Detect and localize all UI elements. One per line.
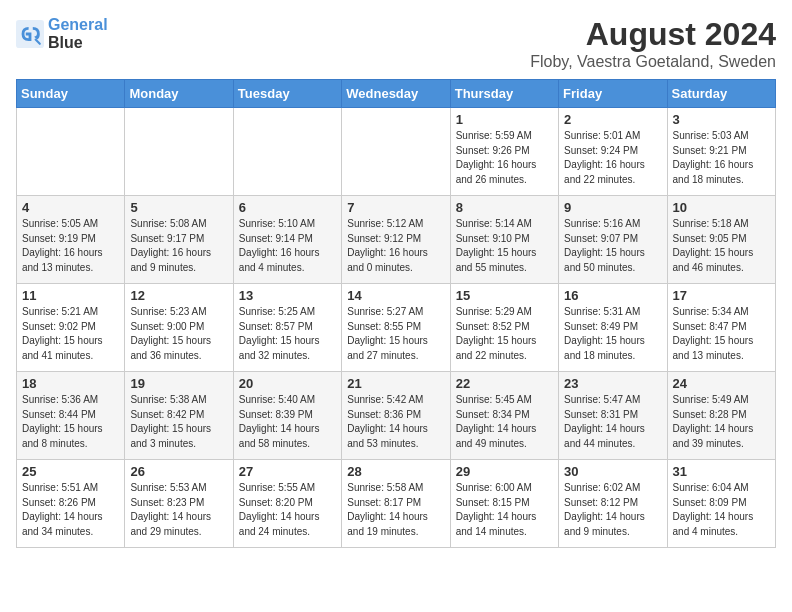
- calendar-cell: 31 Sunrise: 6:04 AMSunset: 8:09 PMDaylig…: [667, 460, 775, 548]
- day-number: 9: [564, 200, 661, 215]
- day-number: 31: [673, 464, 770, 479]
- calendar-cell: 16 Sunrise: 5:31 AMSunset: 8:49 PMDaylig…: [559, 284, 667, 372]
- day-info: Sunrise: 5:08 AMSunset: 9:17 PMDaylight:…: [130, 218, 211, 273]
- day-info: Sunrise: 5:53 AMSunset: 8:23 PMDaylight:…: [130, 482, 211, 537]
- day-number: 20: [239, 376, 336, 391]
- calendar-cell: 24 Sunrise: 5:49 AMSunset: 8:28 PMDaylig…: [667, 372, 775, 460]
- day-info: Sunrise: 5:16 AMSunset: 9:07 PMDaylight:…: [564, 218, 645, 273]
- calendar-cell: 3 Sunrise: 5:03 AMSunset: 9:21 PMDayligh…: [667, 108, 775, 196]
- day-number: 12: [130, 288, 227, 303]
- day-info: Sunrise: 5:21 AMSunset: 9:02 PMDaylight:…: [22, 306, 103, 361]
- calendar-week-2: 4 Sunrise: 5:05 AMSunset: 9:19 PMDayligh…: [17, 196, 776, 284]
- calendar-cell: [233, 108, 341, 196]
- day-number: 10: [673, 200, 770, 215]
- day-info: Sunrise: 5:49 AMSunset: 8:28 PMDaylight:…: [673, 394, 754, 449]
- day-number: 22: [456, 376, 553, 391]
- calendar-table: SundayMondayTuesdayWednesdayThursdayFrid…: [16, 79, 776, 548]
- day-info: Sunrise: 5:36 AMSunset: 8:44 PMDaylight:…: [22, 394, 103, 449]
- day-info: Sunrise: 5:59 AMSunset: 9:26 PMDaylight:…: [456, 130, 537, 185]
- day-info: Sunrise: 5:29 AMSunset: 8:52 PMDaylight:…: [456, 306, 537, 361]
- day-info: Sunrise: 5:27 AMSunset: 8:55 PMDaylight:…: [347, 306, 428, 361]
- day-info: Sunrise: 5:34 AMSunset: 8:47 PMDaylight:…: [673, 306, 754, 361]
- header-saturday: Saturday: [667, 80, 775, 108]
- day-number: 6: [239, 200, 336, 215]
- day-number: 7: [347, 200, 444, 215]
- day-info: Sunrise: 5:40 AMSunset: 8:39 PMDaylight:…: [239, 394, 320, 449]
- day-info: Sunrise: 5:51 AMSunset: 8:26 PMDaylight:…: [22, 482, 103, 537]
- day-info: Sunrise: 5:12 AMSunset: 9:12 PMDaylight:…: [347, 218, 428, 273]
- day-number: 5: [130, 200, 227, 215]
- day-number: 17: [673, 288, 770, 303]
- day-number: 26: [130, 464, 227, 479]
- day-info: Sunrise: 5:42 AMSunset: 8:36 PMDaylight:…: [347, 394, 428, 449]
- day-info: Sunrise: 5:05 AMSunset: 9:19 PMDaylight:…: [22, 218, 103, 273]
- day-info: Sunrise: 5:58 AMSunset: 8:17 PMDaylight:…: [347, 482, 428, 537]
- calendar-cell: 14 Sunrise: 5:27 AMSunset: 8:55 PMDaylig…: [342, 284, 450, 372]
- header-wednesday: Wednesday: [342, 80, 450, 108]
- calendar-subtitle: Floby, Vaestra Goetaland, Sweden: [530, 53, 776, 71]
- day-info: Sunrise: 5:31 AMSunset: 8:49 PMDaylight:…: [564, 306, 645, 361]
- day-number: 11: [22, 288, 119, 303]
- logo-icon: [16, 20, 44, 48]
- calendar-cell: 9 Sunrise: 5:16 AMSunset: 9:07 PMDayligh…: [559, 196, 667, 284]
- day-info: Sunrise: 6:00 AMSunset: 8:15 PMDaylight:…: [456, 482, 537, 537]
- day-info: Sunrise: 5:47 AMSunset: 8:31 PMDaylight:…: [564, 394, 645, 449]
- day-number: 30: [564, 464, 661, 479]
- calendar-cell: 2 Sunrise: 5:01 AMSunset: 9:24 PMDayligh…: [559, 108, 667, 196]
- title-block: August 2024 Floby, Vaestra Goetaland, Sw…: [530, 16, 776, 71]
- calendar-cell: 1 Sunrise: 5:59 AMSunset: 9:26 PMDayligh…: [450, 108, 558, 196]
- day-info: Sunrise: 5:03 AMSunset: 9:21 PMDaylight:…: [673, 130, 754, 185]
- calendar-week-4: 18 Sunrise: 5:36 AMSunset: 8:44 PMDaylig…: [17, 372, 776, 460]
- calendar-cell: 20 Sunrise: 5:40 AMSunset: 8:39 PMDaylig…: [233, 372, 341, 460]
- header-sunday: Sunday: [17, 80, 125, 108]
- calendar-header-row: SundayMondayTuesdayWednesdayThursdayFrid…: [17, 80, 776, 108]
- day-number: 16: [564, 288, 661, 303]
- header-tuesday: Tuesday: [233, 80, 341, 108]
- calendar-cell: 5 Sunrise: 5:08 AMSunset: 9:17 PMDayligh…: [125, 196, 233, 284]
- day-number: 23: [564, 376, 661, 391]
- calendar-cell: 4 Sunrise: 5:05 AMSunset: 9:19 PMDayligh…: [17, 196, 125, 284]
- day-number: 8: [456, 200, 553, 215]
- page-header: General Blue August 2024 Floby, Vaestra …: [16, 16, 776, 71]
- calendar-cell: 27 Sunrise: 5:55 AMSunset: 8:20 PMDaylig…: [233, 460, 341, 548]
- day-info: Sunrise: 6:04 AMSunset: 8:09 PMDaylight:…: [673, 482, 754, 537]
- calendar-cell: 25 Sunrise: 5:51 AMSunset: 8:26 PMDaylig…: [17, 460, 125, 548]
- calendar-cell: 29 Sunrise: 6:00 AMSunset: 8:15 PMDaylig…: [450, 460, 558, 548]
- day-number: 24: [673, 376, 770, 391]
- calendar-cell: 30 Sunrise: 6:02 AMSunset: 8:12 PMDaylig…: [559, 460, 667, 548]
- calendar-cell: 19 Sunrise: 5:38 AMSunset: 8:42 PMDaylig…: [125, 372, 233, 460]
- day-number: 29: [456, 464, 553, 479]
- calendar-cell: 15 Sunrise: 5:29 AMSunset: 8:52 PMDaylig…: [450, 284, 558, 372]
- day-number: 1: [456, 112, 553, 127]
- day-number: 14: [347, 288, 444, 303]
- calendar-cell: 28 Sunrise: 5:58 AMSunset: 8:17 PMDaylig…: [342, 460, 450, 548]
- day-number: 18: [22, 376, 119, 391]
- day-info: Sunrise: 5:55 AMSunset: 8:20 PMDaylight:…: [239, 482, 320, 537]
- day-number: 19: [130, 376, 227, 391]
- calendar-cell: [17, 108, 125, 196]
- calendar-title: August 2024: [530, 16, 776, 53]
- calendar-cell: 6 Sunrise: 5:10 AMSunset: 9:14 PMDayligh…: [233, 196, 341, 284]
- day-number: 25: [22, 464, 119, 479]
- day-info: Sunrise: 5:14 AMSunset: 9:10 PMDaylight:…: [456, 218, 537, 273]
- day-number: 27: [239, 464, 336, 479]
- header-monday: Monday: [125, 80, 233, 108]
- calendar-cell: 7 Sunrise: 5:12 AMSunset: 9:12 PMDayligh…: [342, 196, 450, 284]
- day-info: Sunrise: 5:45 AMSunset: 8:34 PMDaylight:…: [456, 394, 537, 449]
- logo: General Blue: [16, 16, 108, 51]
- calendar-cell: 17 Sunrise: 5:34 AMSunset: 8:47 PMDaylig…: [667, 284, 775, 372]
- calendar-week-3: 11 Sunrise: 5:21 AMSunset: 9:02 PMDaylig…: [17, 284, 776, 372]
- calendar-cell: 21 Sunrise: 5:42 AMSunset: 8:36 PMDaylig…: [342, 372, 450, 460]
- day-info: Sunrise: 5:18 AMSunset: 9:05 PMDaylight:…: [673, 218, 754, 273]
- day-info: Sunrise: 5:38 AMSunset: 8:42 PMDaylight:…: [130, 394, 211, 449]
- day-number: 15: [456, 288, 553, 303]
- calendar-cell: [342, 108, 450, 196]
- day-info: Sunrise: 5:01 AMSunset: 9:24 PMDaylight:…: [564, 130, 645, 185]
- logo-text-blue: Blue: [48, 34, 83, 51]
- day-info: Sunrise: 6:02 AMSunset: 8:12 PMDaylight:…: [564, 482, 645, 537]
- day-number: 3: [673, 112, 770, 127]
- calendar-cell: 11 Sunrise: 5:21 AMSunset: 9:02 PMDaylig…: [17, 284, 125, 372]
- day-number: 4: [22, 200, 119, 215]
- day-number: 13: [239, 288, 336, 303]
- calendar-cell: 26 Sunrise: 5:53 AMSunset: 8:23 PMDaylig…: [125, 460, 233, 548]
